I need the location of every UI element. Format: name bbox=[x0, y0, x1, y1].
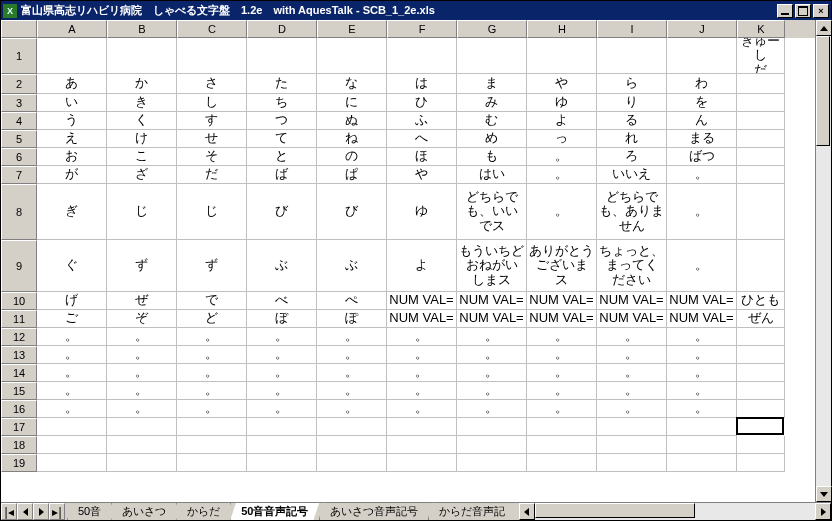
cell-J19[interactable] bbox=[667, 454, 737, 472]
cell-H13[interactable]: 。 bbox=[527, 346, 597, 364]
cell-I14[interactable]: 。 bbox=[597, 364, 667, 382]
cell-F13[interactable]: 。 bbox=[387, 346, 457, 364]
row-header-4[interactable]: 4 bbox=[1, 112, 37, 130]
cell-G15[interactable]: 。 bbox=[457, 382, 527, 400]
cell-E2[interactable]: な bbox=[317, 74, 387, 94]
cell-G10[interactable]: NUM VAL= bbox=[457, 292, 527, 310]
column-header-I[interactable]: I bbox=[597, 20, 667, 38]
sheet-tab-2[interactable]: からだ bbox=[176, 502, 231, 520]
cell-C18[interactable] bbox=[177, 436, 247, 454]
cell-I1[interactable] bbox=[597, 38, 667, 74]
cell-I11[interactable]: NUM VAL= bbox=[597, 310, 667, 328]
cell-F8[interactable]: ゆ bbox=[387, 184, 457, 240]
cell-H1[interactable] bbox=[527, 38, 597, 74]
cell-B5[interactable]: け bbox=[107, 130, 177, 148]
cell-H3[interactable]: ゆ bbox=[527, 94, 597, 112]
cell-F4[interactable]: ふ bbox=[387, 112, 457, 130]
row-header-7[interactable]: 7 bbox=[1, 166, 37, 184]
cell-B10[interactable]: ぜ bbox=[107, 292, 177, 310]
cell-C19[interactable] bbox=[177, 454, 247, 472]
cell-G8[interactable]: どちらで も、いい でス bbox=[457, 184, 527, 240]
cell-J14[interactable]: 。 bbox=[667, 364, 737, 382]
cell-H16[interactable]: 。 bbox=[527, 400, 597, 418]
cell-G1[interactable] bbox=[457, 38, 527, 74]
cell-E5[interactable]: ね bbox=[317, 130, 387, 148]
row-header-2[interactable]: 2 bbox=[1, 74, 37, 94]
cell-J6[interactable]: ばつ bbox=[667, 148, 737, 166]
cell-A2[interactable]: あ bbox=[37, 74, 107, 94]
cell-H11[interactable]: NUM VAL= bbox=[527, 310, 597, 328]
sheet-tab-1[interactable]: あいさつ bbox=[111, 502, 177, 520]
cell-F5[interactable]: へ bbox=[387, 130, 457, 148]
cell-D6[interactable]: と bbox=[247, 148, 317, 166]
cell-G7[interactable]: はい bbox=[457, 166, 527, 184]
cell-D12[interactable]: 。 bbox=[247, 328, 317, 346]
cell-J15[interactable]: 。 bbox=[667, 382, 737, 400]
cell-A1[interactable] bbox=[37, 38, 107, 74]
column-header-A[interactable]: A bbox=[37, 20, 107, 38]
cell-B11[interactable]: ぞ bbox=[107, 310, 177, 328]
cell-C11[interactable]: ど bbox=[177, 310, 247, 328]
cell-I16[interactable]: 。 bbox=[597, 400, 667, 418]
cell-H14[interactable]: 。 bbox=[527, 364, 597, 382]
cell-F1[interactable] bbox=[387, 38, 457, 74]
cell-I19[interactable] bbox=[597, 454, 667, 472]
cell-D11[interactable]: ぼ bbox=[247, 310, 317, 328]
cell-C3[interactable]: し bbox=[177, 94, 247, 112]
cell-D3[interactable]: ち bbox=[247, 94, 317, 112]
cell-H9[interactable]: ありがとう ございま ス bbox=[527, 240, 597, 292]
hscroll-track[interactable] bbox=[535, 503, 816, 520]
cell-C16[interactable]: 。 bbox=[177, 400, 247, 418]
cell-E10[interactable]: ぺ bbox=[317, 292, 387, 310]
cell-B18[interactable] bbox=[107, 436, 177, 454]
cell-E7[interactable]: ぱ bbox=[317, 166, 387, 184]
cell-B4[interactable]: く bbox=[107, 112, 177, 130]
sheet-tab-4[interactable]: あいさつ音声記号 bbox=[319, 502, 429, 520]
cell-G4[interactable]: む bbox=[457, 112, 527, 130]
row-header-19[interactable]: 19 bbox=[1, 454, 37, 472]
cell-B14[interactable]: 。 bbox=[107, 364, 177, 382]
cell-E1[interactable] bbox=[317, 38, 387, 74]
cell-K7[interactable] bbox=[737, 166, 785, 184]
cell-F18[interactable] bbox=[387, 436, 457, 454]
maximize-button[interactable] bbox=[795, 4, 811, 18]
cell-A10[interactable]: げ bbox=[37, 292, 107, 310]
cell-E4[interactable]: ぬ bbox=[317, 112, 387, 130]
cell-K6[interactable] bbox=[737, 148, 785, 166]
cell-F15[interactable]: 。 bbox=[387, 382, 457, 400]
cell-B8[interactable]: じ bbox=[107, 184, 177, 240]
horizontal-scrollbar[interactable] bbox=[519, 503, 832, 520]
minimize-button[interactable] bbox=[777, 4, 793, 18]
cell-E8[interactable]: び bbox=[317, 184, 387, 240]
cell-G16[interactable]: 。 bbox=[457, 400, 527, 418]
cell-J13[interactable]: 。 bbox=[667, 346, 737, 364]
row-header-6[interactable]: 6 bbox=[1, 148, 37, 166]
cell-A14[interactable]: 。 bbox=[37, 364, 107, 382]
cell-B9[interactable]: ず bbox=[107, 240, 177, 292]
cell-E11[interactable]: ぽ bbox=[317, 310, 387, 328]
cell-F12[interactable]: 。 bbox=[387, 328, 457, 346]
cell-D17[interactable] bbox=[247, 418, 317, 436]
row-header-10[interactable]: 10 bbox=[1, 292, 37, 310]
cell-B15[interactable]: 。 bbox=[107, 382, 177, 400]
cell-B2[interactable]: か bbox=[107, 74, 177, 94]
cell-A16[interactable]: 。 bbox=[37, 400, 107, 418]
vscroll-thumb[interactable] bbox=[816, 36, 830, 146]
cell-J7[interactable]: 。 bbox=[667, 166, 737, 184]
cell-A9[interactable]: ぐ bbox=[37, 240, 107, 292]
sheet-tab-0[interactable]: 50音 bbox=[67, 502, 112, 520]
column-header-C[interactable]: C bbox=[177, 20, 247, 38]
cell-I13[interactable]: 。 bbox=[597, 346, 667, 364]
row-header-18[interactable]: 18 bbox=[1, 436, 37, 454]
cell-F7[interactable]: や bbox=[387, 166, 457, 184]
cell-I6[interactable]: ろ bbox=[597, 148, 667, 166]
cell-D9[interactable]: ぶ bbox=[247, 240, 317, 292]
cell-K8[interactable] bbox=[737, 184, 785, 240]
cell-D14[interactable]: 。 bbox=[247, 364, 317, 382]
cell-G11[interactable]: NUM VAL= bbox=[457, 310, 527, 328]
sheet-tab-5[interactable]: からだ音声記 bbox=[428, 502, 516, 520]
row-header-17[interactable]: 17 bbox=[1, 418, 37, 436]
cell-F10[interactable]: NUM VAL= bbox=[387, 292, 457, 310]
titlebar[interactable]: X 富山県高志リハビリ病院 しゃべる文字盤 1.2e with AquesTal… bbox=[1, 1, 831, 20]
cell-H8[interactable]: 。 bbox=[527, 184, 597, 240]
